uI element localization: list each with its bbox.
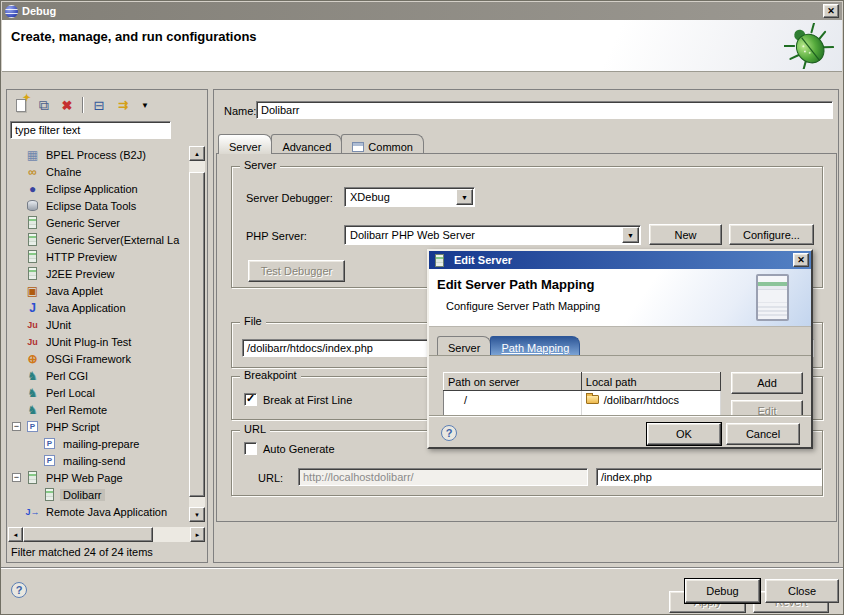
tree-item-mailing-prepare[interactable]: Pmailing-prepare [8,435,189,452]
dialog-titlebar[interactable]: Edit Server ✕ [429,251,811,269]
tab-path-mapping[interactable]: Path Mapping [490,336,580,355]
bpel-icon: ▦ [25,148,40,162]
horizontal-scroll-thumb[interactable] [23,527,153,542]
tree-item-perl-local[interactable]: ♞Perl Local [8,384,189,401]
server-icon [25,216,40,230]
tree-item-java-application[interactable]: JJava Application [8,299,189,316]
tab-label: Path Mapping [501,342,569,354]
filter-menu-dropdown-icon[interactable]: ▼ [135,95,155,115]
breakpoint-group-legend: Breakpoint [240,369,301,381]
filter-configurations-icon[interactable]: ⇉ [112,95,132,115]
window-close-button[interactable]: ✕ [823,4,839,18]
tree-expander-icon[interactable]: − [12,422,21,431]
server-icon [42,488,57,502]
auto-generate-checkbox[interactable] [244,442,257,455]
toolbar-separator [82,97,84,113]
java-icon: J [25,301,40,315]
tab-label: Common [368,141,413,153]
server-icon [25,233,40,247]
eclipse-icon: ● [25,182,40,196]
tree-item-generic-server-external-la[interactable]: Generic Server(External La [8,231,189,248]
tree-item-junit-plug-in-test[interactable]: JuJUnit Plug-in Test [8,333,189,350]
dialog-help-icon[interactable]: ? [441,425,457,441]
new-server-button[interactable]: New [649,224,722,245]
scroll-down-icon[interactable]: ▼ [189,507,205,522]
tab-server[interactable]: Server [437,336,491,355]
tree-item-php-web-page[interactable]: −PHP Web Page [8,469,189,486]
new-configuration-icon[interactable]: ✦ [11,95,31,115]
filter-input[interactable]: type filter text [10,121,171,139]
tree-item-remote-java-application[interactable]: J→Remote Java Application [8,503,189,520]
php-server-value: Dolibarr PHP Web Server [350,229,475,241]
break-at-first-line-checkbox[interactable] [244,393,257,406]
vertical-scroll-thumb[interactable] [189,172,205,497]
scroll-up-icon[interactable]: ▲ [189,146,205,161]
tree-item-label: PHP Web Page [43,472,126,484]
test-debugger-button[interactable]: Test Debugger [248,260,345,282]
tree-item-java-applet[interactable]: ▣Java Applet [8,282,189,299]
table-row[interactable]: //dolibarr/htdocs [444,391,721,409]
name-input[interactable]: Dolibarr [256,101,833,119]
scroll-right-icon[interactable]: ► [190,527,205,542]
tree-item-bpel-process-b2j-[interactable]: ▦BPEL Process (B2J) [8,146,189,163]
dialog-title: Edit Server [454,254,512,266]
chevron-down-icon[interactable]: ▼ [456,189,473,205]
tab-server[interactable]: Server [218,134,272,154]
close-button[interactable]: Close [765,579,839,603]
window-titlebar[interactable]: Debug ✕ [2,2,842,20]
tab-common[interactable]: Common [341,134,424,154]
server-debugger-value: XDebug [350,191,390,203]
tree-item-eclipse-data-tools[interactable]: Eclipse Data Tools [8,197,189,214]
tree-item-label: Perl Local [43,387,98,399]
debug-button[interactable]: Debug [685,579,760,603]
applet-icon: ▣ [25,284,40,298]
add-mapping-button[interactable]: Add [731,372,803,394]
url-base-input[interactable]: http://localhostdolibarr/ [298,468,588,486]
chevron-down-icon[interactable]: ▼ [622,227,639,243]
tree-item-label: J2EE Preview [43,268,117,280]
dialog-heading: Edit Server Path Mapping [437,277,594,292]
tree-expander-icon[interactable]: − [12,473,21,482]
ok-button[interactable]: OK [647,423,721,445]
tree-item-label: Perl Remote [43,404,110,416]
tree-item-label: mailing-send [60,455,128,467]
configure-server-button[interactable]: Configure... [729,224,814,245]
window-title: Debug [22,5,56,17]
collapse-all-icon[interactable]: ⊟ [89,95,109,115]
cancel-button[interactable]: Cancel [726,423,800,445]
tree-item-junit[interactable]: JuJUnit [8,316,189,333]
column-header-path-on-server[interactable]: Path on server [444,373,582,391]
php-icon: P [42,437,57,451]
tree-horizontal-scrollbar[interactable]: ◄ ► [8,527,205,542]
tree-item-generic-server[interactable]: Generic Server [8,214,189,231]
duplicate-configuration-icon[interactable]: ⧉ [34,95,54,115]
folder-icon [586,395,599,404]
tree-item-osgi-framework[interactable]: ⊕OSGi Framework [8,350,189,367]
tree-item-perl-remote[interactable]: ♞Perl Remote [8,401,189,418]
tree-item-mailing-send[interactable]: Pmailing-send [8,452,189,469]
column-header-local-path[interactable]: Local path [581,373,720,391]
dialog-close-button[interactable]: ✕ [793,253,809,267]
tree-item-label: Java Applet [43,285,106,297]
tree-item-http-preview[interactable]: HTTP Preview [8,248,189,265]
help-icon[interactable]: ? [11,582,27,598]
eclipse-logo-icon [5,5,18,18]
tree-item-php-script[interactable]: −PPHP Script [8,418,189,435]
filter-status-text: Filter matched 24 of 24 items [11,546,153,558]
tree-item-perl-cgi[interactable]: ♞Perl CGI [8,367,189,384]
php-server-combo[interactable]: Dolibarr PHP Web Server ▼ [344,225,641,245]
delete-configuration-icon[interactable]: ✖ [57,95,77,115]
edit-mapping-button[interactable]: Edit [731,400,803,415]
junit-icon: Ju [25,335,40,349]
tab-advanced[interactable]: Advanced [271,134,342,154]
tree-vertical-scrollbar[interactable]: ▲ ▼ [189,146,205,522]
tree-item-j2ee-preview[interactable]: J2EE Preview [8,265,189,282]
tree-item-eclipse-application[interactable]: ●Eclipse Application [8,180,189,197]
server-debugger-combo[interactable]: XDebug ▼ [344,187,475,207]
dialog-header: Edit Server Path Mapping Configure Serve… [429,269,811,327]
tree-item-cha-ne[interactable]: ∞Chaîne [8,163,189,180]
url-path-input[interactable]: /index.php [596,468,822,486]
junit-icon: Ju [25,318,40,332]
scroll-left-icon[interactable]: ◄ [8,527,23,542]
tree-item-dolibarr[interactable]: Dolibarr [8,486,189,503]
